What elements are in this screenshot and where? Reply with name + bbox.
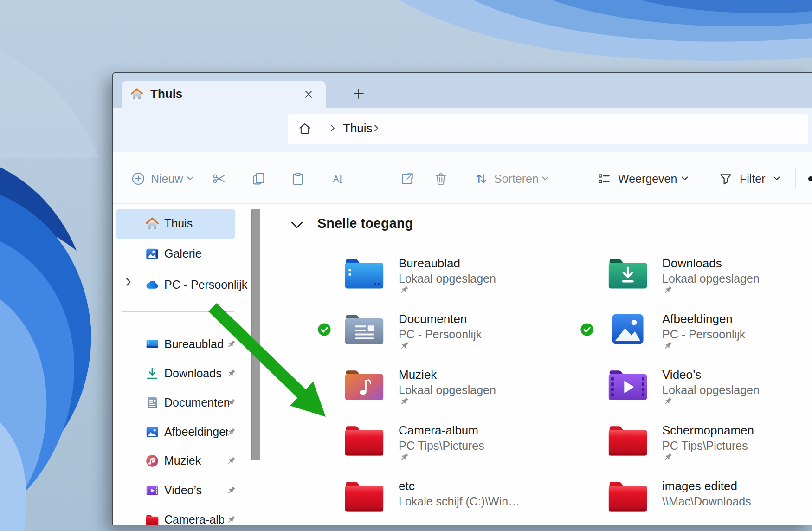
- pin-icon: [400, 285, 410, 295]
- tile-subtitle: PC Tips\Pictures: [399, 439, 484, 453]
- document-icon: [145, 395, 160, 410]
- video-folder-icon: [606, 367, 649, 403]
- chevron-right-icon[interactable]: [126, 278, 131, 286]
- red-folder-icon: [343, 422, 386, 459]
- chevron-down-icon[interactable]: [187, 176, 193, 181]
- close-tab-icon[interactable]: [304, 90, 313, 99]
- pin-icon: [226, 398, 237, 408]
- toolbar-divider: [464, 168, 464, 189]
- rename-icon[interactable]: [330, 171, 345, 186]
- tile-name: images edited: [662, 479, 737, 493]
- tile-subtitle: PC - Persoonlijk: [662, 328, 745, 341]
- pictures-icon: [145, 425, 160, 440]
- onedrive-cloud-icon: [145, 278, 160, 292]
- pin-icon: [663, 285, 673, 295]
- sidebar-item-label: Downloads: [164, 367, 229, 380]
- desktop-icon: [145, 337, 160, 352]
- tile-subtitle: PC - Persoonlijk: [399, 328, 482, 341]
- tile-name: Documenten: [399, 312, 467, 326]
- pin-icon: [663, 341, 673, 351]
- sidebar-item-label: Documenten: [164, 396, 229, 409]
- filter-icon[interactable]: [718, 171, 733, 186]
- new-icon[interactable]: [131, 171, 146, 186]
- pin-icon: [226, 369, 237, 379]
- new-tab-icon[interactable]: [353, 88, 365, 100]
- documents-folder-icon: [343, 311, 386, 347]
- tile-subtitle: Lokaal opgeslagen: [662, 383, 760, 397]
- tile-name: Camera-album: [399, 423, 478, 438]
- tile-name: Bureaublad: [399, 256, 460, 271]
- toolbar-divider: [204, 168, 204, 189]
- chevron-down-icon[interactable]: [542, 176, 548, 181]
- sidebar-item-label: Galerie: [164, 247, 248, 260]
- delete-icon[interactable]: [433, 171, 448, 186]
- sort-button[interactable]: Sorteren: [494, 172, 539, 186]
- section-title[interactable]: Snelle toegang: [317, 216, 413, 231]
- filter-button[interactable]: Filter: [740, 172, 766, 186]
- sort-icon[interactable]: [474, 171, 489, 186]
- sidebar-item-label: PC - Persoonlijk: [164, 278, 262, 291]
- tab-title: Thuis: [150, 87, 182, 101]
- tab-thuis[interactable]: Thuis: [122, 81, 326, 108]
- breadcrumb-item[interactable]: Thuis: [343, 121, 373, 136]
- pin-icon: [226, 427, 237, 437]
- sidebar-item-label: Afbeeldingen: [164, 425, 228, 439]
- chevron-down-icon[interactable]: [682, 176, 688, 181]
- sidebar-scrollbar[interactable]: [251, 209, 260, 460]
- gallery-icon: [145, 246, 160, 261]
- tile-name: Video’s: [662, 368, 701, 382]
- paste-icon[interactable]: [290, 171, 305, 186]
- pin-icon: [400, 341, 410, 351]
- tile-subtitle: Lokaal opgeslagen: [662, 272, 760, 285]
- pin-icon: [226, 339, 237, 350]
- home-icon: [145, 216, 160, 231]
- sidebar-item-label: Muziek: [164, 454, 229, 467]
- desktop-folder-icon: [343, 255, 386, 291]
- tile-name: Downloads: [662, 256, 722, 271]
- address-bar[interactable]: Thuis: [288, 114, 808, 144]
- view-icon[interactable]: [597, 171, 612, 186]
- breadcrumb-chevron-icon[interactable]: [330, 124, 335, 132]
- tile-subtitle: \\Mac\Downloads: [662, 495, 751, 508]
- sidebar-item-label: Video’s: [164, 484, 229, 497]
- music-icon: [145, 453, 160, 468]
- tile-name: Muziek: [399, 368, 437, 382]
- sync-check-icon: [580, 323, 594, 337]
- collapse-chevron-icon[interactable]: [291, 221, 303, 229]
- see-more-icon[interactable]: [807, 175, 812, 182]
- breadcrumb-chevron-icon[interactable]: [374, 124, 379, 132]
- chevron-down-icon[interactable]: [773, 176, 780, 181]
- view-button[interactable]: Weergeven: [618, 172, 677, 186]
- downloads-folder-icon: [606, 255, 649, 291]
- new-button[interactable]: Nieuw: [151, 172, 183, 186]
- pictures-icon: [606, 311, 649, 347]
- red-folder-icon: [145, 512, 160, 525]
- share-icon[interactable]: [400, 171, 415, 186]
- download-icon: [145, 366, 160, 381]
- toolbar-divider: [795, 168, 796, 189]
- sidebar-item-label: Thuis: [164, 217, 248, 230]
- breadcrumb-home-icon[interactable]: [298, 122, 312, 136]
- sidebar-item-label: Camera-album: [164, 513, 224, 525]
- pin-icon: [663, 396, 673, 407]
- command-toolbar: Nieuw: [113, 152, 812, 204]
- pin-icon: [226, 515, 237, 525]
- desktop: Thuis: [0, 0, 812, 531]
- tile-subtitle: Lokaal opgeslagen: [399, 383, 496, 397]
- pin-icon: [226, 456, 237, 466]
- tile-subtitle: Lokale schijf (C:)\Win…: [399, 495, 520, 508]
- music-folder-icon: [343, 367, 386, 403]
- tile-subtitle: Lokaal opgeslagen: [399, 272, 496, 285]
- red-folder-icon: [606, 422, 649, 459]
- sync-check-icon: [317, 323, 331, 337]
- navigation-bar: Thuis: [113, 108, 812, 152]
- tile-subtitle: PC Tips\Pictures: [662, 439, 748, 453]
- cut-icon[interactable]: [212, 171, 226, 186]
- sidebar-item-label: Bureaublad: [164, 337, 229, 351]
- pin-icon: [663, 452, 673, 462]
- copy-icon[interactable]: [251, 171, 266, 186]
- red-folder-icon: [606, 478, 649, 514]
- video-icon: [145, 483, 160, 498]
- file-explorer-window: Thuis: [112, 72, 812, 525]
- red-folder-icon: [343, 478, 386, 514]
